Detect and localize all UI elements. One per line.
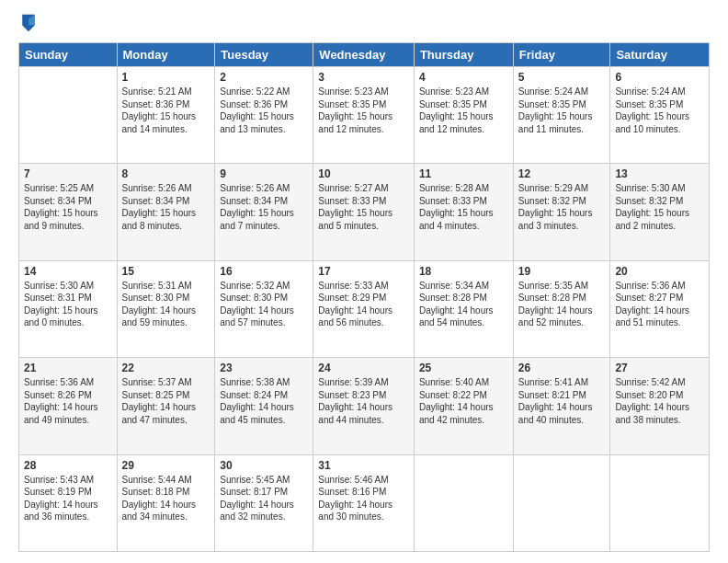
calendar-header-wednesday: Wednesday [313,43,415,67]
calendar-header-sunday: Sunday [19,43,118,67]
calendar-cell: 13Sunrise: 5:30 AM Sunset: 8:32 PM Dayli… [610,164,710,260]
day-info: Sunrise: 5:23 AM Sunset: 8:35 PM Dayligh… [419,86,508,135]
calendar-table: SundayMondayTuesdayWednesdayThursdayFrid… [18,42,710,552]
day-info: Sunrise: 5:21 AM Sunset: 8:36 PM Dayligh… [122,86,210,135]
calendar-cell: 26Sunrise: 5:41 AM Sunset: 8:21 PM Dayli… [513,358,610,454]
day-number: 16 [220,265,308,278]
calendar-week-row: 21Sunrise: 5:36 AM Sunset: 8:26 PM Dayli… [19,358,710,454]
calendar-cell: 24Sunrise: 5:39 AM Sunset: 8:23 PM Dayli… [313,358,415,454]
day-number: 24 [318,362,409,374]
day-info: Sunrise: 5:30 AM Sunset: 8:31 PM Dayligh… [24,280,112,329]
day-number: 7 [24,167,112,180]
calendar-cell: 21Sunrise: 5:36 AM Sunset: 8:26 PM Dayli… [19,358,118,454]
day-number: 22 [122,362,210,374]
day-number: 25 [419,362,508,374]
calendar-header-thursday: Thursday [414,43,513,67]
calendar-cell: 19Sunrise: 5:35 AM Sunset: 8:28 PM Dayli… [513,260,610,357]
day-info: Sunrise: 5:46 AM Sunset: 8:16 PM Dayligh… [318,474,409,523]
day-number: 21 [24,362,112,374]
day-info: Sunrise: 5:27 AM Sunset: 8:33 PM Dayligh… [318,182,409,232]
calendar-cell: 29Sunrise: 5:44 AM Sunset: 8:18 PM Dayli… [117,454,215,551]
calendar-week-row: 14Sunrise: 5:30 AM Sunset: 8:31 PM Dayli… [19,260,710,357]
calendar-cell: 22Sunrise: 5:37 AM Sunset: 8:25 PM Dayli… [117,358,215,454]
day-number: 23 [220,362,308,374]
logo [18,15,37,33]
day-info: Sunrise: 5:28 AM Sunset: 8:33 PM Dayligh… [419,182,508,232]
day-number: 1 [122,71,210,84]
day-number: 8 [122,167,210,180]
calendar-cell: 5Sunrise: 5:24 AM Sunset: 8:35 PM Daylig… [513,67,610,164]
day-number: 13 [615,167,704,180]
day-info: Sunrise: 5:35 AM Sunset: 8:28 PM Dayligh… [518,280,606,329]
calendar-cell: 9Sunrise: 5:26 AM Sunset: 8:34 PM Daylig… [215,164,313,260]
day-number: 19 [518,265,606,278]
day-number: 30 [220,459,308,472]
day-info: Sunrise: 5:36 AM Sunset: 8:26 PM Dayligh… [24,376,112,426]
calendar-cell [414,454,513,551]
calendar-header-monday: Monday [117,43,215,67]
page: SundayMondayTuesdayWednesdayThursdayFrid… [0,0,728,563]
day-info: Sunrise: 5:37 AM Sunset: 8:25 PM Dayligh… [122,376,210,426]
day-number: 11 [419,167,508,180]
calendar-cell: 3Sunrise: 5:23 AM Sunset: 8:35 PM Daylig… [313,67,415,164]
day-info: Sunrise: 5:26 AM Sunset: 8:34 PM Dayligh… [122,182,210,232]
day-info: Sunrise: 5:38 AM Sunset: 8:24 PM Dayligh… [220,376,308,426]
day-number: 10 [318,167,409,180]
day-number: 18 [419,265,508,278]
day-info: Sunrise: 5:24 AM Sunset: 8:35 PM Dayligh… [615,86,704,135]
calendar-cell: 16Sunrise: 5:32 AM Sunset: 8:30 PM Dayli… [215,260,313,357]
day-info: Sunrise: 5:36 AM Sunset: 8:27 PM Dayligh… [615,280,704,329]
day-info: Sunrise: 5:26 AM Sunset: 8:34 PM Dayligh… [220,182,308,232]
day-info: Sunrise: 5:30 AM Sunset: 8:32 PM Dayligh… [615,182,704,232]
day-info: Sunrise: 5:39 AM Sunset: 8:23 PM Dayligh… [318,376,409,426]
calendar-cell: 27Sunrise: 5:42 AM Sunset: 8:20 PM Dayli… [610,358,710,454]
calendar-cell: 14Sunrise: 5:30 AM Sunset: 8:31 PM Dayli… [19,260,118,357]
day-info: Sunrise: 5:43 AM Sunset: 8:19 PM Dayligh… [24,474,112,523]
calendar-header-friday: Friday [513,43,610,67]
calendar-cell: 10Sunrise: 5:27 AM Sunset: 8:33 PM Dayli… [313,164,415,260]
day-number: 6 [615,71,704,84]
day-number: 15 [122,265,210,278]
day-number: 27 [615,362,704,374]
day-info: Sunrise: 5:31 AM Sunset: 8:30 PM Dayligh… [122,280,210,329]
calendar-cell: 1Sunrise: 5:21 AM Sunset: 8:36 PM Daylig… [117,67,215,164]
calendar-cell: 8Sunrise: 5:26 AM Sunset: 8:34 PM Daylig… [117,164,215,260]
calendar-cell: 31Sunrise: 5:46 AM Sunset: 8:16 PM Dayli… [313,454,415,551]
day-info: Sunrise: 5:41 AM Sunset: 8:21 PM Dayligh… [518,376,606,426]
day-number: 29 [122,459,210,472]
day-info: Sunrise: 5:45 AM Sunset: 8:17 PM Dayligh… [220,474,308,523]
calendar-cell: 25Sunrise: 5:40 AM Sunset: 8:22 PM Dayli… [414,358,513,454]
day-info: Sunrise: 5:44 AM Sunset: 8:18 PM Dayligh… [122,474,210,523]
calendar-cell: 12Sunrise: 5:29 AM Sunset: 8:32 PM Dayli… [513,164,610,260]
calendar-cell: 6Sunrise: 5:24 AM Sunset: 8:35 PM Daylig… [610,67,710,164]
day-number: 31 [318,459,409,472]
day-number: 12 [518,167,606,180]
calendar-cell: 4Sunrise: 5:23 AM Sunset: 8:35 PM Daylig… [414,67,513,164]
day-number: 28 [24,459,112,472]
calendar-header-tuesday: Tuesday [215,43,313,67]
day-number: 2 [220,71,308,84]
logo-icon [20,13,37,33]
calendar-header-row: SundayMondayTuesdayWednesdayThursdayFrid… [19,43,710,67]
day-number: 20 [615,265,704,278]
calendar-cell: 23Sunrise: 5:38 AM Sunset: 8:24 PM Dayli… [215,358,313,454]
day-number: 17 [318,265,409,278]
day-info: Sunrise: 5:25 AM Sunset: 8:34 PM Dayligh… [24,182,112,232]
day-info: Sunrise: 5:29 AM Sunset: 8:32 PM Dayligh… [518,182,606,232]
calendar-cell: 2Sunrise: 5:22 AM Sunset: 8:36 PM Daylig… [215,67,313,164]
day-info: Sunrise: 5:34 AM Sunset: 8:28 PM Dayligh… [419,280,508,329]
day-number: 26 [518,362,606,374]
calendar-cell: 18Sunrise: 5:34 AM Sunset: 8:28 PM Dayli… [414,260,513,357]
calendar-week-row: 7Sunrise: 5:25 AM Sunset: 8:34 PM Daylig… [19,164,710,260]
calendar-cell: 30Sunrise: 5:45 AM Sunset: 8:17 PM Dayli… [215,454,313,551]
day-number: 3 [318,71,409,84]
day-number: 5 [518,71,606,84]
day-info: Sunrise: 5:24 AM Sunset: 8:35 PM Dayligh… [518,86,606,135]
day-number: 14 [24,265,112,278]
calendar-cell: 15Sunrise: 5:31 AM Sunset: 8:30 PM Dayli… [117,260,215,357]
day-info: Sunrise: 5:40 AM Sunset: 8:22 PM Dayligh… [419,376,508,426]
calendar-week-row: 28Sunrise: 5:43 AM Sunset: 8:19 PM Dayli… [19,454,710,551]
calendar-cell: 28Sunrise: 5:43 AM Sunset: 8:19 PM Dayli… [19,454,118,551]
calendar-week-row: 1Sunrise: 5:21 AM Sunset: 8:36 PM Daylig… [19,67,710,164]
calendar-cell [19,67,118,164]
